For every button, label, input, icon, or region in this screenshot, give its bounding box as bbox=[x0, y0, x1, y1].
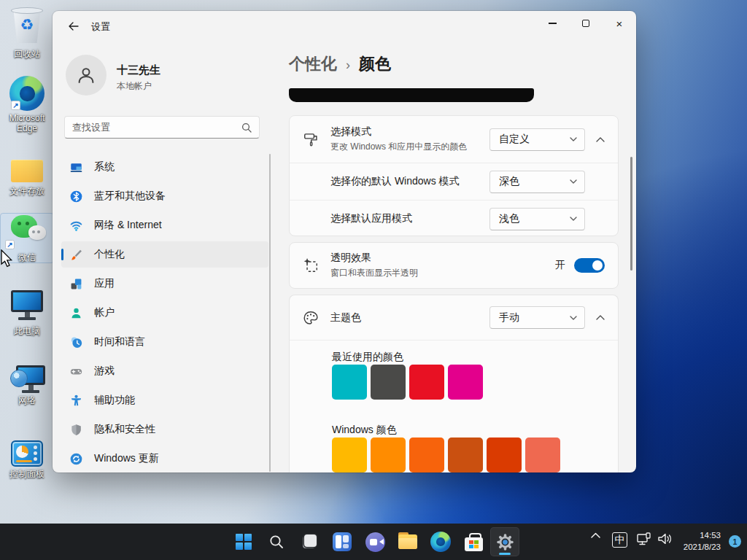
desktop-icon-label: 控制面板 bbox=[9, 469, 44, 479]
volume-tray-icon[interactable] bbox=[655, 532, 674, 545]
app-mode-row[interactable]: 选择默认应用模式 浅色 bbox=[290, 200, 618, 237]
clock-icon bbox=[70, 336, 82, 349]
start-button[interactable] bbox=[229, 527, 258, 556]
transparency-subtitle: 窗口和表面显示半透明 bbox=[330, 267, 418, 279]
color-swatch[interactable] bbox=[371, 438, 406, 472]
chat-button[interactable] bbox=[360, 527, 390, 556]
breadcrumb-separator-icon: › bbox=[346, 56, 350, 73]
color-swatch[interactable] bbox=[371, 365, 406, 400]
color-swatch[interactable] bbox=[448, 365, 483, 400]
sidebar-nav: 系统 蓝牙和其他设备 网络 & Internet 个性化 应用 帐户 时间和语言 bbox=[61, 154, 268, 472]
tray-clock[interactable]: 14:53 2021/8/23 bbox=[684, 529, 721, 553]
color-swatch[interactable] bbox=[409, 438, 444, 472]
sidebar-item-apps[interactable]: 应用 bbox=[61, 271, 268, 297]
sidebar-item-bluetooth[interactable]: 蓝牙和其他设备 bbox=[61, 183, 268, 209]
app-mode-dropdown[interactable]: 浅色 bbox=[489, 208, 585, 230]
windows-mode-row[interactable]: 选择你的默认 Windows 模式 深色 bbox=[290, 163, 618, 200]
theme-preview-image bbox=[289, 88, 534, 102]
edge-button[interactable] bbox=[426, 527, 455, 556]
person-icon bbox=[75, 64, 97, 86]
desktop-icon-label: 回收站 bbox=[14, 49, 40, 59]
widgets-button[interactable] bbox=[328, 527, 357, 556]
choose-mode-row[interactable]: 选择模式 更改 Windows 和应用中显示的颜色 自定义 bbox=[290, 116, 618, 163]
sidebar-item-accessibility[interactable]: 辅助功能 bbox=[61, 387, 268, 413]
sidebar-item-label: 应用 bbox=[94, 277, 115, 290]
account-icon bbox=[70, 307, 82, 319]
app-mode-label: 选择默认应用模式 bbox=[330, 212, 412, 225]
accent-mode-dropdown[interactable]: 手动 bbox=[489, 306, 585, 329]
desktop-icon-network[interactable]: 网络 bbox=[1, 355, 53, 405]
sidebar-item-personalization[interactable]: 个性化 bbox=[61, 241, 268, 268]
back-button[interactable] bbox=[61, 17, 85, 36]
file-explorer-button[interactable] bbox=[393, 527, 422, 556]
collapse-chevron-icon[interactable] bbox=[592, 131, 609, 148]
desktop-icon-label: 网络 bbox=[18, 395, 36, 405]
content-scrollbar[interactable] bbox=[630, 157, 632, 271]
hidden-icons-chevron[interactable] bbox=[587, 532, 604, 538]
color-swatch[interactable] bbox=[525, 438, 560, 472]
taskbar-search-button[interactable] bbox=[262, 527, 291, 556]
store-button[interactable] bbox=[459, 527, 488, 556]
maximize-button[interactable] bbox=[569, 11, 603, 36]
sidebar-item-time-language[interactable]: 时间和语言 bbox=[61, 329, 268, 355]
task-view-button[interactable] bbox=[295, 527, 324, 556]
mode-dropdown[interactable]: 自定义 bbox=[489, 128, 585, 151]
choose-mode-title: 选择模式 bbox=[330, 125, 467, 139]
desktop-icon-recycle-bin[interactable]: ♻ 回收站 bbox=[1, 6, 53, 59]
sidebar-item-network[interactable]: 网络 & Internet bbox=[61, 212, 268, 238]
color-swatch[interactable] bbox=[409, 365, 444, 400]
settings-window: 设置 × 十三先生 本地帐户 系统 蓝牙和其他设备 网络 & Internet bbox=[53, 11, 636, 472]
search-input[interactable] bbox=[65, 122, 241, 133]
titlebar[interactable]: 设置 × bbox=[53, 11, 636, 42]
toggle-state-label: 开 bbox=[555, 259, 565, 272]
collapse-chevron-icon[interactable] bbox=[592, 309, 609, 327]
ime-label: 中 bbox=[612, 532, 627, 548]
sidebar-item-label: 隐私和安全性 bbox=[94, 423, 155, 436]
desktop-icon-edge[interactable]: ↗ Microsoft Edge bbox=[1, 73, 53, 133]
transparency-icon bbox=[303, 257, 319, 273]
gear-icon bbox=[495, 532, 515, 552]
notification-badge[interactable]: 1 bbox=[729, 535, 741, 548]
desktop-icon-control-panel[interactable]: 控制面板 bbox=[1, 429, 53, 479]
color-swatch[interactable] bbox=[332, 365, 367, 400]
profile-name: 十三先生 bbox=[117, 63, 160, 77]
minimize-button[interactable] bbox=[535, 11, 569, 36]
windows-mode-dropdown[interactable]: 深色 bbox=[489, 171, 585, 193]
app-mode-value: 浅色 bbox=[499, 212, 570, 225]
sidebar-item-gaming[interactable]: 游戏 bbox=[61, 358, 268, 384]
color-swatch[interactable] bbox=[332, 438, 367, 472]
search-icon bbox=[241, 122, 252, 133]
close-icon: × bbox=[616, 18, 623, 29]
chevron-down-icon bbox=[570, 217, 577, 221]
desktop-icon-this-pc[interactable]: 此电脑 bbox=[1, 286, 53, 336]
transparency-toggle[interactable] bbox=[574, 258, 605, 273]
sidebar-item-accounts[interactable]: 帐户 bbox=[61, 300, 268, 326]
avatar[interactable] bbox=[66, 55, 107, 96]
ime-indicator[interactable]: 中 bbox=[612, 532, 627, 548]
transparency-card: 透明效果 窗口和表面显示半透明 开 bbox=[289, 242, 619, 289]
desktop-icon-folder[interactable]: 文件存放 bbox=[1, 146, 53, 196]
color-swatch[interactable] bbox=[448, 438, 483, 472]
sidebar-item-label: 辅助功能 bbox=[94, 394, 135, 407]
color-swatch[interactable] bbox=[487, 438, 522, 472]
sidebar-item-system[interactable]: 系统 bbox=[61, 154, 268, 180]
toggle-knob bbox=[592, 260, 603, 271]
sidebar-scrollbar[interactable] bbox=[269, 154, 271, 472]
breadcrumb-parent[interactable]: 个性化 bbox=[289, 53, 337, 75]
wifi-icon bbox=[70, 219, 82, 232]
chevron-down-icon bbox=[570, 137, 577, 141]
accent-color-row[interactable]: 主题色 手动 bbox=[290, 295, 618, 341]
search-box[interactable] bbox=[64, 116, 260, 139]
sidebar-item-privacy[interactable]: 隐私和安全性 bbox=[61, 416, 268, 443]
settings-taskbar-button[interactable] bbox=[490, 527, 519, 556]
close-button[interactable]: × bbox=[603, 11, 636, 36]
network-tray-icon[interactable] bbox=[635, 532, 654, 547]
this-pc-icon bbox=[11, 290, 43, 320]
transparency-row[interactable]: 透明效果 窗口和表面显示半透明 开 bbox=[290, 243, 618, 288]
sidebar-item-label: 网络 & Internet bbox=[94, 219, 162, 232]
windows-logo-icon bbox=[236, 534, 252, 550]
window-title: 设置 bbox=[91, 20, 110, 34]
sidebar-item-windows-update[interactable]: Windows 更新 bbox=[61, 446, 268, 472]
accent-mode-value: 手动 bbox=[499, 311, 570, 324]
gamepad-icon bbox=[70, 365, 82, 378]
